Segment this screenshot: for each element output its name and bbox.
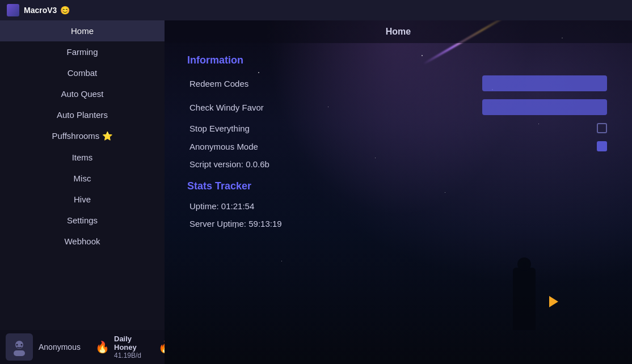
sidebar-nav: Home Farming Combat Auto Quest Auto Plan…	[0, 20, 165, 252]
stats-tracker-section: Stats Tracker Uptime: 01:21:54 Server Up…	[187, 180, 609, 228]
redeem-codes-row: Redeem Codes	[187, 75, 609, 91]
script-version-row: Script version: 0.0.6b	[187, 159, 609, 169]
daily-honey-text: Daily Honey 41.19B/d	[114, 335, 141, 359]
anonymous-mode-row: Anonymous Mode	[187, 141, 609, 151]
username-label: Anonymous	[39, 342, 84, 352]
sidebar-item-items[interactable]: Items	[0, 147, 165, 168]
uptime-label: Uptime: 01:21:54	[189, 201, 254, 211]
sidebar-item-auto-quest[interactable]: Auto Quest	[0, 83, 165, 104]
sidebar-item-auto-planters[interactable]: Auto Planters	[0, 104, 165, 125]
daily-honey-label: Daily Honey	[114, 335, 141, 352]
svg-rect-1	[14, 350, 25, 356]
titlebar: MacroV3 😊	[0, 0, 632, 20]
honey-icon-daily: 🔥	[95, 340, 109, 354]
sidebar-bottom: Anonymous 🔥 Daily Honey 41.19B/d 🔥 Honey…	[0, 330, 165, 364]
svg-point-2	[16, 344, 18, 346]
daily-honey-stat: 🔥 Daily Honey 41.19B/d	[95, 335, 141, 359]
user-bar: Anonymous 🔥 Daily Honey 41.19B/d 🔥 Honey…	[0, 330, 165, 364]
anonymous-mode-label: Anonymous Mode	[189, 142, 258, 151]
titlebar-emoji: 😊	[60, 6, 70, 15]
sidebar-item-farming[interactable]: Farming	[0, 41, 165, 62]
app-logo	[7, 4, 19, 16]
sidebar-item-home[interactable]: Home	[0, 20, 165, 41]
sidebar-item-hive[interactable]: Hive	[0, 189, 165, 210]
information-section: Information Redeem Codes Check Windy Fav…	[187, 54, 609, 169]
page-header: Home	[165, 20, 632, 43]
daily-honey-value: 41.19B/d	[114, 352, 141, 359]
redeem-codes-label: Redeem Codes	[189, 79, 248, 88]
server-uptime-row: Server Uptime: 59:13:19	[187, 219, 609, 228]
stats-tracker-title: Stats Tracker	[187, 180, 609, 192]
app-title: MacroV3	[24, 6, 57, 15]
page-title: Home	[386, 27, 411, 37]
stop-everything-checkbox[interactable]	[597, 123, 607, 133]
check-windy-favor-row: Check Windy Favor	[187, 99, 609, 115]
sidebar-item-settings[interactable]: Settings	[0, 210, 165, 231]
information-title: Information	[187, 54, 609, 66]
sidebar-item-puffshrooms[interactable]: Puffshrooms ⭐	[0, 125, 165, 147]
server-uptime-label: Server Uptime: 59:13:19	[189, 219, 282, 228]
anonymous-mode-checkbox[interactable]	[597, 141, 607, 151]
avatar-icon	[10, 338, 28, 356]
stop-everything-row: Stop Everything	[187, 123, 609, 133]
uptime-row: Uptime: 01:21:54	[187, 201, 609, 211]
stop-everything-label: Stop Everything	[189, 124, 250, 133]
check-windy-favor-button[interactable]	[482, 99, 607, 115]
content-area: Home Information Redeem Codes Check Wind…	[165, 20, 632, 364]
user-avatar	[6, 333, 33, 361]
svg-point-3	[21, 344, 23, 346]
inner-content: Information Redeem Codes Check Windy Fav…	[176, 43, 621, 364]
script-version-text: Script version: 0.0.6b	[189, 159, 269, 169]
sidebar-item-misc[interactable]: Misc	[0, 168, 165, 189]
redeem-codes-button[interactable]	[482, 75, 607, 91]
sidebar: Home Farming Combat Auto Quest Auto Plan…	[0, 20, 165, 364]
check-windy-favor-label: Check Windy Favor	[189, 103, 264, 112]
sidebar-item-webhook[interactable]: Webhook	[0, 231, 165, 252]
sidebar-item-combat[interactable]: Combat	[0, 62, 165, 83]
main-layout: Home Farming Combat Auto Quest Auto Plan…	[0, 20, 632, 364]
